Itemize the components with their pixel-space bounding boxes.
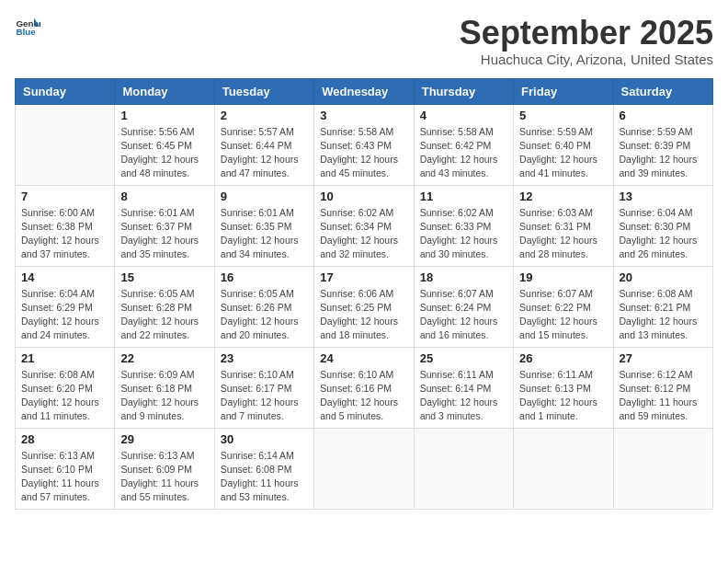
day-info: Sunrise: 5:59 AM Sunset: 6:40 PM Dayligh… (519, 125, 607, 181)
day-info: Sunrise: 6:04 AM Sunset: 6:29 PM Dayligh… (21, 287, 108, 343)
day-info: Sunrise: 6:05 AM Sunset: 6:28 PM Dayligh… (120, 287, 208, 343)
day-info: Sunrise: 5:59 AM Sunset: 6:39 PM Dayligh… (620, 125, 707, 181)
day-number: 16 (221, 270, 308, 284)
calendar-cell: 9Sunrise: 6:01 AM Sunset: 6:35 PM Daylig… (214, 185, 313, 266)
day-info: Sunrise: 6:13 AM Sunset: 6:09 PM Dayligh… (120, 449, 208, 505)
day-info: Sunrise: 5:58 AM Sunset: 6:43 PM Dayligh… (320, 125, 407, 181)
svg-text:Blue: Blue (16, 27, 36, 37)
day-info: Sunrise: 6:04 AM Sunset: 6:30 PM Dayligh… (620, 206, 707, 262)
calendar-cell: 7Sunrise: 6:00 AM Sunset: 6:38 PM Daylig… (16, 185, 115, 266)
calendar-cell: 5Sunrise: 5:59 AM Sunset: 6:40 PM Daylig… (514, 104, 613, 185)
calendar-cell: 16Sunrise: 6:05 AM Sunset: 6:26 PM Dayli… (214, 266, 313, 347)
day-number: 7 (21, 190, 108, 203)
day-info: Sunrise: 6:10 AM Sunset: 6:17 PM Dayligh… (221, 368, 308, 424)
calendar-cell: 28Sunrise: 6:13 AM Sunset: 6:10 PM Dayli… (16, 428, 115, 509)
day-of-week-header: Saturday (613, 78, 712, 104)
calendar-cell: 25Sunrise: 6:11 AM Sunset: 6:14 PM Dayli… (414, 347, 513, 428)
day-info: Sunrise: 6:02 AM Sunset: 6:33 PM Dayligh… (420, 206, 507, 262)
calendar-cell: 14Sunrise: 6:04 AM Sunset: 6:29 PM Dayli… (16, 266, 115, 347)
day-number: 3 (320, 109, 407, 122)
week-row: 14Sunrise: 6:04 AM Sunset: 6:29 PM Dayli… (16, 266, 713, 347)
day-info: Sunrise: 6:10 AM Sunset: 6:16 PM Dayligh… (320, 368, 407, 424)
day-number: 26 (519, 351, 607, 365)
day-of-week-header: Friday (514, 78, 613, 104)
month-title: September 2025 (460, 15, 713, 52)
day-number: 9 (221, 190, 308, 203)
day-number: 2 (221, 109, 308, 122)
day-info: Sunrise: 5:58 AM Sunset: 6:42 PM Dayligh… (420, 125, 507, 181)
calendar-cell (514, 428, 613, 509)
logo: General Blue (15, 15, 40, 40)
day-info: Sunrise: 6:02 AM Sunset: 6:34 PM Dayligh… (320, 206, 407, 262)
day-number: 29 (120, 432, 208, 446)
calendar-cell: 24Sunrise: 6:10 AM Sunset: 6:16 PM Dayli… (314, 347, 414, 428)
calendar-cell: 13Sunrise: 6:04 AM Sunset: 6:30 PM Dayli… (613, 185, 712, 266)
day-info: Sunrise: 6:03 AM Sunset: 6:31 PM Dayligh… (519, 206, 607, 262)
day-number: 15 (120, 270, 208, 284)
day-of-week-header: Monday (115, 78, 214, 104)
calendar-cell: 27Sunrise: 6:12 AM Sunset: 6:12 PM Dayli… (613, 347, 712, 428)
calendar-cell: 12Sunrise: 6:03 AM Sunset: 6:31 PM Dayli… (514, 185, 613, 266)
calendar-cell (314, 428, 414, 509)
day-info: Sunrise: 6:05 AM Sunset: 6:26 PM Dayligh… (221, 287, 308, 343)
calendar-cell: 30Sunrise: 6:14 AM Sunset: 6:08 PM Dayli… (214, 428, 313, 509)
day-number: 18 (420, 270, 507, 284)
calendar-cell: 23Sunrise: 6:10 AM Sunset: 6:17 PM Dayli… (214, 347, 313, 428)
day-number: 20 (620, 270, 707, 284)
day-number: 19 (519, 270, 607, 284)
day-info: Sunrise: 6:14 AM Sunset: 6:08 PM Dayligh… (221, 449, 308, 505)
day-info: Sunrise: 6:08 AM Sunset: 6:20 PM Dayligh… (21, 368, 108, 424)
day-number: 28 (21, 432, 108, 446)
calendar-cell: 8Sunrise: 6:01 AM Sunset: 6:37 PM Daylig… (115, 185, 214, 266)
logo-icon: General Blue (15, 15, 40, 40)
day-number: 23 (221, 351, 308, 365)
week-row: 7Sunrise: 6:00 AM Sunset: 6:38 PM Daylig… (16, 185, 713, 266)
calendar-cell: 20Sunrise: 6:08 AM Sunset: 6:21 PM Dayli… (613, 266, 712, 347)
calendar-cell: 22Sunrise: 6:09 AM Sunset: 6:18 PM Dayli… (115, 347, 214, 428)
calendar-cell: 4Sunrise: 5:58 AM Sunset: 6:42 PM Daylig… (414, 104, 513, 185)
calendar-cell: 6Sunrise: 5:59 AM Sunset: 6:39 PM Daylig… (613, 104, 712, 185)
day-info: Sunrise: 6:00 AM Sunset: 6:38 PM Dayligh… (21, 206, 108, 262)
header-row: SundayMondayTuesdayWednesdayThursdayFrid… (16, 78, 713, 104)
calendar-cell: 17Sunrise: 6:06 AM Sunset: 6:25 PM Dayli… (314, 266, 414, 347)
day-of-week-header: Wednesday (314, 78, 414, 104)
calendar-cell (16, 104, 115, 185)
day-of-week-header: Sunday (16, 78, 115, 104)
day-info: Sunrise: 6:01 AM Sunset: 6:35 PM Dayligh… (221, 206, 308, 262)
day-of-week-header: Thursday (414, 78, 513, 104)
day-info: Sunrise: 6:11 AM Sunset: 6:14 PM Dayligh… (420, 368, 507, 424)
day-number: 1 (120, 109, 208, 122)
calendar-cell: 10Sunrise: 6:02 AM Sunset: 6:34 PM Dayli… (314, 185, 414, 266)
day-of-week-header: Tuesday (214, 78, 313, 104)
calendar-cell (613, 428, 712, 509)
calendar-table: SundayMondayTuesdayWednesdayThursdayFrid… (15, 78, 713, 510)
calendar-cell: 29Sunrise: 6:13 AM Sunset: 6:09 PM Dayli… (115, 428, 214, 509)
calendar-cell: 11Sunrise: 6:02 AM Sunset: 6:33 PM Dayli… (414, 185, 513, 266)
day-info: Sunrise: 5:57 AM Sunset: 6:44 PM Dayligh… (221, 125, 308, 181)
week-row: 1Sunrise: 5:56 AM Sunset: 6:45 PM Daylig… (16, 104, 713, 185)
day-number: 21 (21, 351, 108, 365)
calendar-cell: 26Sunrise: 6:11 AM Sunset: 6:13 PM Dayli… (514, 347, 613, 428)
calendar-cell: 21Sunrise: 6:08 AM Sunset: 6:20 PM Dayli… (16, 347, 115, 428)
calendar-cell: 15Sunrise: 6:05 AM Sunset: 6:28 PM Dayli… (115, 266, 214, 347)
day-number: 10 (320, 190, 407, 203)
day-number: 6 (620, 109, 707, 122)
day-number: 27 (620, 351, 707, 365)
week-row: 21Sunrise: 6:08 AM Sunset: 6:20 PM Dayli… (16, 347, 713, 428)
day-info: Sunrise: 6:09 AM Sunset: 6:18 PM Dayligh… (120, 368, 208, 424)
calendar-cell: 2Sunrise: 5:57 AM Sunset: 6:44 PM Daylig… (214, 104, 313, 185)
calendar-cell: 19Sunrise: 6:07 AM Sunset: 6:22 PM Dayli… (514, 266, 613, 347)
calendar-cell (414, 428, 513, 509)
title-block: September 2025 Huachuca City, Arizona, U… (460, 15, 713, 67)
day-info: Sunrise: 6:08 AM Sunset: 6:21 PM Dayligh… (620, 287, 707, 343)
day-info: Sunrise: 6:07 AM Sunset: 6:24 PM Dayligh… (420, 287, 507, 343)
day-info: Sunrise: 5:56 AM Sunset: 6:45 PM Dayligh… (120, 125, 208, 181)
day-number: 4 (420, 109, 507, 122)
calendar-cell: 18Sunrise: 6:07 AM Sunset: 6:24 PM Dayli… (414, 266, 513, 347)
day-number: 17 (320, 270, 407, 284)
day-number: 8 (120, 190, 208, 203)
day-number: 12 (519, 190, 607, 203)
calendar-cell: 3Sunrise: 5:58 AM Sunset: 6:43 PM Daylig… (314, 104, 414, 185)
day-number: 30 (221, 432, 308, 446)
page-header: General Blue September 2025 Huachuca Cit… (15, 15, 713, 67)
